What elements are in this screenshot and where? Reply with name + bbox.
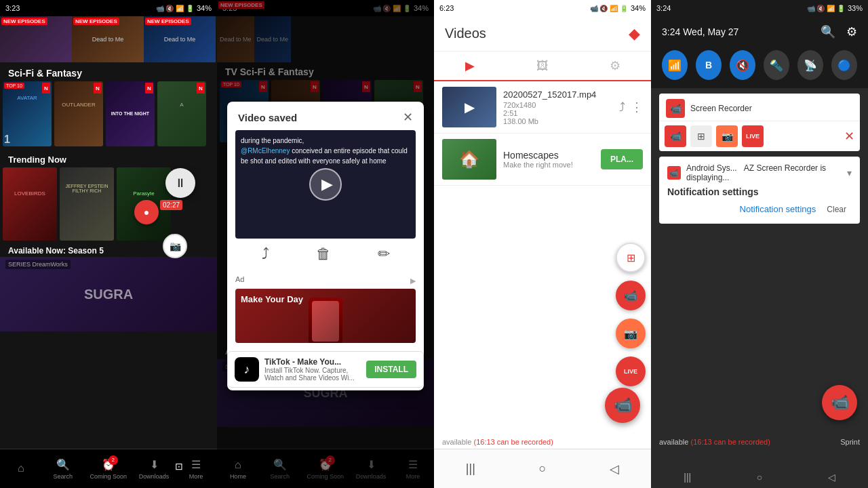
dialog-header: Video saved ✕ [227,102,424,130]
search-icon-notif[interactable]: 🔍 [821,24,835,39]
netflix-card-into-night[interactable]: N INTO THE NIGHT [106,81,155,146]
record-timer-1: 02:27 [160,200,182,210]
netflix-card-avatar[interactable]: TOP 10 N 1 AVATAR [3,81,52,146]
tab-settings[interactable]: ⚙ [578,52,651,80]
ad-make-your-day: Make Your Day [241,294,303,304]
storage-bar-3: available (16:13 can be recorded) [434,435,651,449]
ad-arrow: ▶ [410,277,416,285]
camera-button-1[interactable]: 📷 [163,234,187,258]
nav-coming-soon-label-1: Coming Soon [90,473,127,480]
play-button-dialog[interactable]: ▶ [309,168,342,201]
show-thumb-avatar[interactable]: NEW EPISODES [0,16,72,62]
ad-label-row: Ad ▶ [235,275,416,286]
dialog-video-preview[interactable]: during the pandemic, @RMcElhenney concei… [235,130,416,239]
sr-live-btn[interactable]: LIVE [742,125,764,147]
sr-record-btn[interactable]: 📹 [665,125,686,147]
share-icon-vid[interactable]: ⤴ [619,100,625,115]
notif-settings-btn[interactable]: Notification settings [734,201,822,217]
fab-main-record-4[interactable]: 📹 [822,385,857,420]
toggle-mute[interactable]: 🔇 [730,50,755,80]
notif-clear-btn[interactable]: Clear [821,201,852,217]
toggle-hotspot[interactable]: 📡 [797,50,823,80]
sugra-text-1: SUGRA [84,287,133,302]
panel-notifications: 3:24 📹 🔇 📶 🔋 33% 3:24 Wed, May 27 🔍 ⚙ 📶 … [651,0,868,488]
overflow-icon-vid[interactable]: ⋮ [631,100,643,115]
hotspot-icon-toggle: 📡 [804,59,817,72]
rec-icon-fab: 📹 [624,289,637,302]
play-icon-dialog: ▶ [321,176,333,193]
status-icons-1: 📹 🔇 📶 🔋 [156,5,194,12]
ad-content[interactable]: Make Your Day [235,289,416,343]
tab-videos[interactable]: ▶ [434,52,507,80]
tiktok-text: TikTok - Make You... Install TikTok Now.… [264,357,361,382]
sys-recents-icon-4[interactable]: ◁ [828,472,835,483]
netflix-card-outlander[interactable]: N OUTLANDER [54,81,103,146]
fab-grid-button[interactable]: ⊞ [616,243,646,272]
sr-record-icon: 📹 [670,131,682,142]
edit-button-dialog[interactable]: ✏ [378,245,390,263]
status-bar-3: 6:23 📹 🔇 📶 🔋 34% [434,0,651,16]
share-button-dialog[interactable]: ⤴ [262,245,269,263]
notif-datetime: 3:24 Wed, May 27 [662,26,738,37]
storage-bar-4: available (16:13 can be recorded) Sprint [651,435,868,449]
fab-record-button[interactable]: 📹 [616,281,646,310]
cam-icon-fab: 📷 [624,327,637,340]
toggle-wifi[interactable]: 📶 [662,50,688,80]
video-list-item-1[interactable]: ▶ 20200527_152017.mp4 720x1480 2:51 138.… [434,81,651,134]
dialog-link[interactable]: @RMcElhenney [241,147,290,155]
sys-back-icon-3[interactable]: ||| [466,462,475,476]
vid-resolution: 720x1480 [503,101,612,109]
nav-home-1[interactable]: ⌂ [6,462,36,476]
nav-downloads-1[interactable]: ⬇ Downloads [139,458,170,480]
fab-camera-button[interactable]: 📷 [616,319,646,348]
dialog-close-button[interactable]: ✕ [403,110,413,125]
diamond-icon[interactable]: ◆ [629,25,640,43]
netflix-card-4[interactable]: N A [157,81,206,146]
record-button-1[interactable]: ● [134,200,159,224]
coming-soon-icon-wrap-1: ⏰ 2 [102,458,115,472]
sr-close-btn[interactable]: ✕ [844,129,854,144]
nav-coming-soon-1[interactable]: ⏰ 2 Coming Soon [90,458,127,480]
tiktok-install-bar: ♪ TikTok - Make You... Install TikTok No… [227,351,424,388]
sr-grid-btn[interactable]: ⊞ [690,125,712,147]
trending-card-epstein[interactable]: JEFFREY EPSTEIN FILTHY RICH [60,167,114,241]
tiktok-install-button[interactable]: INSTALL [366,361,416,378]
new-episodes-badge-3: NEW EPISODES [145,18,191,25]
dialog-overlay: Video saved ✕ during the pandemic, @RMcE… [217,0,434,488]
sys-home-icon-4[interactable]: ○ [757,472,762,483]
trending-title-1: Trending Now [0,152,217,167]
cast-icon-1: ⊡ [175,461,183,472]
section-header-scifi-1: Sci-Fi & Fantasy [0,62,217,81]
lovebirds-label: LOVEBIRDS [3,188,57,199]
number-badge-avatar: 1 [4,134,10,145]
show-thumb-dead-to-me[interactable]: Dead to Me NEW EPISODES [72,16,144,62]
tab-images[interactable]: 🖼 [507,52,579,80]
videos-tab-bar: ▶ 🖼 ⚙ [434,52,651,81]
nav-search-1[interactable]: 🔍 Search [48,458,78,480]
fab-live-button[interactable]: LIVE [616,357,646,386]
sugra-card-1[interactable]: SUGRA SERIES DreamWorks [0,257,217,331]
notif-expand-icon[interactable]: ▾ [847,167,852,178]
b-icon-toggle: B [705,60,712,70]
show-thumb-3[interactable]: Dead to Me NEW EPISODES [144,16,216,62]
sys-recents-icon-3[interactable]: ◁ [610,462,619,476]
grid-icon-fab: ⊞ [627,251,635,264]
toggle-b[interactable]: B [696,50,722,80]
fab-main-record-3[interactable]: 📹 [605,388,640,423]
pause-button-1[interactable]: ⏸ [165,168,195,198]
homescapes-item[interactable]: 🏠 Homescapes Make the right move! PLA... [434,134,651,186]
bluetooth-icon-toggle: 🔵 [837,59,851,72]
cast-button-1[interactable]: ⊡ [168,455,190,477]
trending-card-lovebirds[interactable]: LOVEBIRDS [3,167,57,241]
toggle-bluetooth[interactable]: 🔵 [831,50,857,80]
homescapes-thumbnail: 🏠 [442,139,496,180]
toggle-flashlight[interactable]: 🔦 [764,50,789,80]
status-icons-4: 📹 🔇 📶 🔋 [807,5,845,12]
sr-live-label: LIVE [746,133,760,140]
sr-camera-btn[interactable]: 📷 [716,125,738,147]
sys-back-icon-4[interactable]: ||| [684,472,691,483]
settings-icon-notif[interactable]: ⚙ [846,24,857,39]
sys-home-icon-3[interactable]: ○ [539,462,547,476]
delete-button-dialog[interactable]: 🗑 [316,245,331,263]
homescapes-play-button[interactable]: PLA... [601,149,643,169]
